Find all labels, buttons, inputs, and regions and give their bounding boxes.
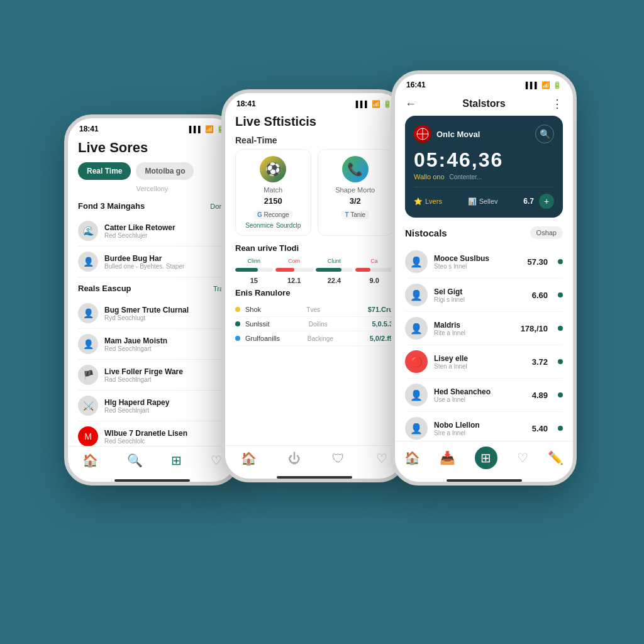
nav-home-mid[interactable]: 🏠 xyxy=(241,451,257,466)
match-item-5[interactable]: 🏴 Live Foller Firge Ware Rad Seochlngart xyxy=(78,360,226,391)
player-sub-5: Use a lnnel xyxy=(434,396,526,403)
signal-icon-mid: ▌▌▌ xyxy=(356,101,369,108)
match-name-3: Bug Smer Trute Clurnal xyxy=(104,306,226,314)
player-name-2: Sel Gigt xyxy=(434,287,526,296)
match-item-4[interactable]: 👤 Mam Jaue Moistn Red Seochlngart xyxy=(78,329,226,360)
stats-bar-4 xyxy=(355,268,370,272)
player-item-3[interactable]: 👤 Maldris Rite a lnnel 178,/10 xyxy=(405,312,563,345)
nav-fav-right[interactable]: ♡ xyxy=(517,450,528,465)
stats-header-2: Clunt xyxy=(316,258,353,264)
earning-item-1[interactable]: Shok Tves $71.Cru xyxy=(235,303,393,317)
player-dot-6 xyxy=(558,426,563,431)
player-section-header: Nistocals Oshap xyxy=(405,226,563,239)
stats-val-3: 9.0 xyxy=(355,277,393,284)
status-bar-right: 16:41 ▌▌▌ 📶 🔋 xyxy=(395,74,573,92)
player-name-4: Lisey elle xyxy=(434,354,526,363)
match-item-7[interactable]: M Wlbue 7 Dranetle Lisen Red Seochlolc xyxy=(78,421,226,446)
player-item-4[interactable]: 🔴 Lisey elle Sten a lnnel 3.72 xyxy=(405,345,563,379)
action-sellev[interactable]: 📊 Sellev xyxy=(468,197,498,206)
battery-icon-mid: 🔋 xyxy=(383,100,392,108)
more-button[interactable]: ⋮ xyxy=(552,97,563,111)
filter-button[interactable]: Oshap xyxy=(530,226,563,239)
nav-power-mid[interactable]: ⏻ xyxy=(288,452,301,466)
match-box-1[interactable]: ⚽ Match 2150 G Reconge Seonmice Sourdclp xyxy=(235,149,311,236)
player-avatar-1: 👤 xyxy=(405,250,428,273)
status-bar-left: 18:41 ▌▌▌ 📶 🔋 xyxy=(68,118,236,136)
dark-card-logo xyxy=(414,125,431,143)
match-sub-3: Ryd Seochlugt xyxy=(104,314,226,321)
nav-shield-mid[interactable]: 🛡 xyxy=(332,452,345,466)
page-title-right: Stalstors xyxy=(462,98,505,109)
filter-sub: Vercellony xyxy=(78,185,226,192)
stats-values: 15 12.1 22.4 9.0 xyxy=(235,277,393,284)
phone-mid: 18:41 ▌▌▌ 📶 🔋 Live Sftisticis Real-Time … xyxy=(221,89,407,482)
nav-fav-mid[interactable]: ♡ xyxy=(376,451,387,466)
nav-home-right[interactable]: 🏠 xyxy=(404,450,420,465)
match-label-2: Shape Morto xyxy=(325,186,387,194)
earning-dot-3 xyxy=(235,336,240,341)
time-mid: 18:41 xyxy=(236,99,256,108)
earning-item-2[interactable]: Sunlssit Doilins 5,0.5.3 xyxy=(235,317,393,331)
player-avatar-3: 👤 xyxy=(405,317,428,340)
nav-grid-left[interactable]: ⊞ xyxy=(171,453,182,468)
player-avatar-6: 👤 xyxy=(405,417,428,440)
earning-value-1: $71.Cru xyxy=(368,306,393,313)
dark-card-search[interactable]: 🔍 xyxy=(535,125,554,143)
match-icon-2: 📞 xyxy=(342,156,369,182)
nav-home-left[interactable]: 🏠 xyxy=(82,453,98,468)
player-item-2[interactable]: 👤 Sel Gigt Rigi s lnnel 6.60 xyxy=(405,279,563,312)
nav-fav-left[interactable]: ♡ xyxy=(211,453,222,468)
home-indicator-mid xyxy=(277,476,352,479)
match-box-2[interactable]: 📞 Shape Morto 3/2 T Tanie xyxy=(318,149,394,236)
action-lvers[interactable]: ⭐ Lvers xyxy=(414,197,442,206)
nav-grid-right[interactable]: ⊞ xyxy=(475,447,497,469)
match-btn-2[interactable]: T Tanie xyxy=(341,210,369,219)
section-header-2: Reals Eascup Trall xyxy=(78,284,226,293)
team-logo-3: 👤 xyxy=(78,303,98,323)
nav-pen-right[interactable]: ✏️ xyxy=(548,450,564,465)
dark-card-header: Onlc Moval 🔍 xyxy=(414,125,554,143)
nav-inbox-right[interactable]: 📥 xyxy=(440,450,455,465)
match-icon-1: ⚽ xyxy=(260,156,286,182)
back-button[interactable]: ← xyxy=(405,97,416,111)
player-avatar-2: 👤 xyxy=(405,284,428,306)
player-item-5[interactable]: 👤 Hed Sheancheo Use a lnnel 4.89 xyxy=(405,379,563,412)
bottom-nav-left: 🏠 🔍 ⊞ ♡ xyxy=(68,446,236,477)
section-title-2: Reals Eascup xyxy=(78,284,131,293)
tab-motolba[interactable]: Motolba go xyxy=(136,162,194,180)
add-button[interactable]: + xyxy=(539,194,554,209)
player-score-4: 3.72 xyxy=(532,357,548,367)
match-name-7: Wlbue 7 Dranetle Lisen xyxy=(104,429,226,438)
action-value: 6.7 xyxy=(523,197,534,206)
home-indicator-left xyxy=(114,479,190,482)
earning-type-2: Doilins xyxy=(309,321,367,328)
nav-search-left[interactable]: 🔍 xyxy=(127,453,143,468)
match-name-4: Mam Jaue Moistn xyxy=(104,336,226,345)
match-sub-5: Rad Seochlngart xyxy=(104,376,226,383)
wifi-icon-right: 📶 xyxy=(541,81,550,89)
player-item-6[interactable]: 👤 Nobo Llellon Slre a lnnel 5.40 xyxy=(405,412,563,441)
match-name-5: Live Foller Firge Ware xyxy=(104,367,226,376)
match-item-1[interactable]: 🌊 Catter Like Retower Red Seochlujer xyxy=(78,216,226,247)
player-sub-1: Steo s lnnel xyxy=(434,263,521,270)
player-sub-3: Rite a lnnel xyxy=(434,330,514,336)
match-btn-1[interactable]: G Reconge xyxy=(253,210,293,219)
team-logo-4: 👤 xyxy=(78,334,98,354)
match-item-3[interactable]: 👤 Bug Smer Trute Clurnal Ryd Seochlugt xyxy=(78,298,226,329)
right-header: ← Stalstors ⋮ xyxy=(405,92,563,116)
match-cards: ⚽ Match 2150 G Reconge Seonmice Sourdclp xyxy=(235,149,393,236)
match-item-2[interactable]: 👤 Burdee Bug Har Bulled one - Byehtes. S… xyxy=(78,247,226,277)
match-item-6[interactable]: ⚔️ Hlg Haperd Rapey Red Seochlnjart xyxy=(78,391,226,421)
match-sub-7: Red Seochlolc xyxy=(104,438,226,445)
player-dot-2 xyxy=(558,292,563,297)
tab-realtime[interactable]: Real Time xyxy=(78,162,131,180)
earning-item-3[interactable]: Grulfoanills Backinge 5,0/2.f5 xyxy=(235,331,393,346)
player-item-1[interactable]: 👤 Mooce Suslbus Steo s lnnel 57.30 xyxy=(405,245,563,279)
stats-header-1: Com xyxy=(275,258,313,264)
player-dot-3 xyxy=(558,326,563,331)
filter-tabs-left: Real Time Motolba go xyxy=(78,162,226,180)
dark-card-team-name: Onlc Moval xyxy=(436,130,480,139)
stats-headers: Clinn Com Clunt Ca xyxy=(235,258,393,264)
team-logo-6: ⚔️ xyxy=(78,396,98,416)
home-indicator-right xyxy=(447,479,522,482)
